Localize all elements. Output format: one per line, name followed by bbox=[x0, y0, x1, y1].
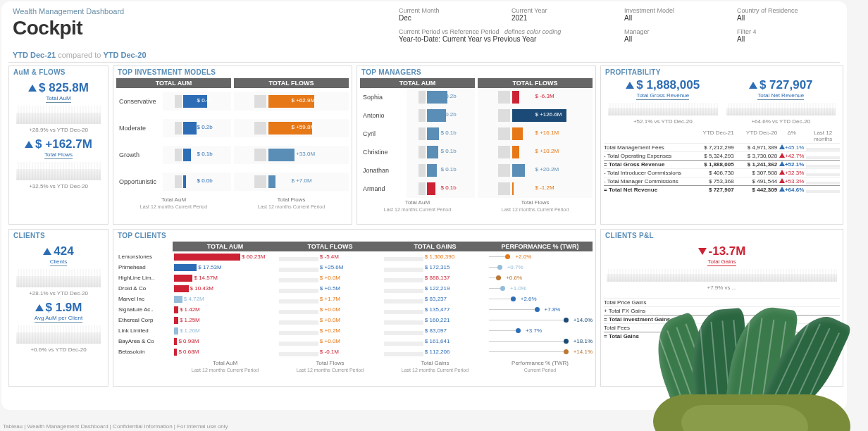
filter-label: Current Month bbox=[399, 7, 497, 14]
panel-investment-models: TOP INVESTMENT MODELS TOTAL AUM Conserva… bbox=[113, 65, 352, 225]
triangle-up-icon bbox=[28, 85, 37, 92]
panel-clients-kpi: CLIENTS 424 Clients +28.1% vs YTD Dec-20… bbox=[8, 229, 108, 387]
table-row[interactable]: Lemonstones $ 60.23M $ -5.4M $ 1,360,390… bbox=[116, 251, 593, 262]
table-row[interactable]: HighLine Lim.. $ 14.57M $ +0.0M $ 888,13… bbox=[116, 273, 593, 283]
table-row[interactable]: - Total Introducer Commissions$ 406,730$… bbox=[604, 168, 840, 177]
panel-top-clients: TOP CLIENTS TOTAL AUM TOTAL FLOWS TOTAL … bbox=[113, 229, 596, 387]
pnl-table: Total Price Gains + Total FX Gains = Tot… bbox=[601, 298, 843, 340]
filter-country[interactable]: All bbox=[737, 14, 836, 24]
table-row[interactable]: Link Limited $ 1.20M $ +0.2M $ 83,097 +3… bbox=[116, 325, 593, 336]
filter-label: Filter 4 bbox=[737, 28, 836, 35]
table-row[interactable]: = Total Gross Revenue$ 1,888,005$ 1,241,… bbox=[604, 160, 840, 168]
table-row[interactable]: $ +16.1M bbox=[478, 125, 593, 143]
table-row[interactable]: Total Management Fees$ 7,212,299$ 4,971,… bbox=[604, 143, 840, 151]
table-row[interactable]: Antonio $ 0.2b bbox=[360, 106, 475, 125]
kpi-client-count: 424 bbox=[13, 244, 104, 258]
table-row[interactable]: Christine $ 0.1b bbox=[360, 143, 475, 161]
triangle-up-icon bbox=[749, 82, 757, 89]
sparkline bbox=[608, 103, 718, 115]
table-row[interactable]: Total Fees bbox=[604, 323, 840, 332]
header: Wealth Management Dashboard Cockpit Curr… bbox=[8, 6, 840, 46]
table-row[interactable]: $ +62.9M bbox=[234, 88, 349, 115]
filter-model[interactable]: All bbox=[624, 14, 723, 24]
filter-label: Investment Model bbox=[624, 7, 723, 14]
kpi-total-aum: $ 825.8M bbox=[13, 81, 104, 95]
filter-4[interactable]: All bbox=[737, 35, 836, 45]
table-row[interactable]: BayArea & Co $ 0.98M $ +0.0M $ 161,641 +… bbox=[116, 336, 593, 346]
table-row[interactable]: = Total Gains bbox=[604, 332, 840, 340]
triangle-down-icon bbox=[698, 248, 707, 255]
dashboard: Wealth Management Dashboard Cockpit Curr… bbox=[1, 1, 847, 410]
table-row[interactable]: Conservative $ 0.4b bbox=[116, 88, 231, 115]
filter-year[interactable]: 2021 bbox=[512, 14, 610, 24]
sparkline bbox=[607, 269, 837, 282]
period-comparison: YTD Dec-21 compared to YTD Dec-20 bbox=[8, 46, 840, 63]
panel-managers: TOP MANAGERS TOTAL AUM Sophia $ 0.2b Ant… bbox=[356, 65, 596, 225]
table-row[interactable]: - Total Operating Expenses$ 5,324,293$ 3… bbox=[604, 151, 840, 160]
kpi-gross-revenue: $ 1,888,005 bbox=[605, 78, 721, 92]
table-row[interactable]: $ +20.2M bbox=[478, 161, 593, 180]
table-row[interactable]: Droid & Co $ 10.43M $ +0.5M $ 122,219 +1… bbox=[116, 283, 593, 294]
table-row[interactable]: + Total FX Gains bbox=[604, 306, 840, 315]
kpi-net-revenue: $ 727,907 bbox=[724, 78, 839, 92]
table-row[interactable]: $ +7.0M bbox=[234, 168, 349, 195]
triangle-up-icon bbox=[43, 248, 51, 255]
table-row[interactable]: = Total Net Revenue$ 727,907$ 442,309 +6… bbox=[604, 185, 840, 194]
sparkline bbox=[16, 269, 101, 287]
table-row[interactable]: $ +59.8M bbox=[234, 115, 349, 142]
table-row[interactable]: Cyril $ 0.1b bbox=[360, 125, 475, 143]
kpi-total-flows: $ +162.7M bbox=[13, 137, 104, 151]
table-row[interactable]: = Total Investment Gains bbox=[604, 315, 840, 323]
sparkline bbox=[16, 106, 101, 124]
triangle-up-icon bbox=[35, 304, 44, 311]
table-row[interactable]: $ +126.6M bbox=[478, 106, 593, 125]
table-row[interactable]: Total Price Gains bbox=[604, 298, 840, 306]
filter-label: Current Year bbox=[512, 7, 610, 14]
table-row[interactable]: Ethereal Corp $ 1.25M $ +0.0M $ 160,221 … bbox=[116, 315, 593, 325]
triangle-up-icon bbox=[25, 141, 33, 148]
filter-manager[interactable]: All bbox=[624, 35, 723, 45]
table-row[interactable]: Jonathan $ 0.1b bbox=[360, 161, 475, 180]
table-row[interactable]: $ +33.0M bbox=[234, 142, 349, 168]
filter-month[interactable]: Dec bbox=[399, 14, 497, 24]
filter-label: Country of Residence bbox=[737, 7, 836, 14]
footer-text: Tableau | Wealth Management Dashboard | … bbox=[3, 423, 228, 430]
table-row[interactable]: - Total Manager Commissions$ 753,368$ 49… bbox=[604, 177, 840, 185]
kpi-avg-aum: $ 1.9M bbox=[13, 301, 104, 315]
table-row[interactable]: $ -6.3M bbox=[478, 88, 593, 106]
sparkline bbox=[16, 325, 101, 344]
table-row[interactable]: Moderate $ 0.2b bbox=[116, 115, 231, 142]
panel-profitability: PROFITABILITY $ 1,888,005 Total Gross Re… bbox=[600, 65, 843, 225]
table-row[interactable]: Betasoloin $ 0.68M $ -0.1M $ 112,206 +14… bbox=[116, 346, 593, 357]
table-row[interactable]: Marvel Inc $ 4.72M $ +1.7M $ 83,237 +2.6… bbox=[116, 294, 593, 304]
table-row[interactable]: Signature Ac.. $ 1.42M $ +0.0M $ 135,477… bbox=[116, 304, 593, 315]
filter-bar: Current MonthDec Current Year2021 Invest… bbox=[399, 7, 836, 45]
filter-period[interactable]: Year-to-Date: Current Year vs Previous Y… bbox=[399, 35, 610, 45]
triangle-up-icon bbox=[626, 82, 634, 89]
table-row[interactable]: $ -1.2M bbox=[478, 180, 593, 198]
kpi-total-gains: -13.7M bbox=[604, 244, 840, 258]
dashboard-title: Cockpit bbox=[13, 17, 124, 39]
table-row[interactable]: Growth $ 0.1b bbox=[116, 142, 231, 168]
panel-clients-pnl: CLIENTS P&L -13.7M Total Gains +7.9% vs … bbox=[600, 229, 843, 387]
sparkline bbox=[16, 162, 101, 180]
table-row[interactable]: Armand $ 0.1b bbox=[360, 180, 475, 198]
filter-label: Manager bbox=[624, 28, 723, 35]
profit-table: YTD Dec-21YTD Dec-20Δ%Last 12 months Tot… bbox=[601, 129, 843, 194]
table-row[interactable]: Sophia $ 0.2b bbox=[360, 88, 475, 106]
sparkline bbox=[726, 103, 836, 115]
table-row[interactable]: Opportunistic $ 0.0b bbox=[116, 168, 231, 195]
dashboard-subtitle: Wealth Management Dashboard bbox=[13, 7, 124, 15]
table-row[interactable]: $ +10.2M bbox=[478, 143, 593, 161]
table-row[interactable]: Primehead $ 17.53M $ +25.6M $ 172,315 +0… bbox=[116, 262, 593, 273]
panel-aum-flows: AuM & FLOWS $ 825.8M Total AuM +28.9% vs… bbox=[8, 65, 108, 225]
